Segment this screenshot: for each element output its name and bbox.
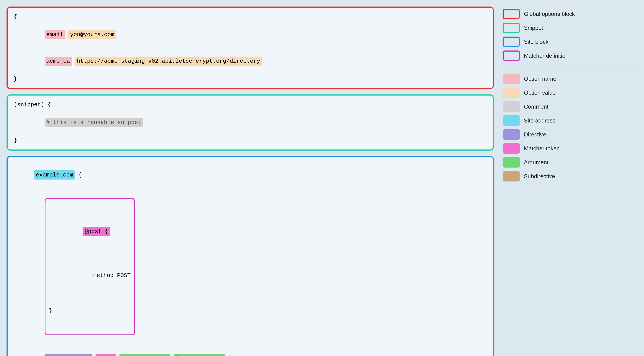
legend-item-comment: Comment xyxy=(502,102,638,112)
legend-item-subdirective: Subdirective xyxy=(502,171,638,182)
matcher-close: } xyxy=(49,306,131,315)
global-options-row1: email you@yours.com xyxy=(14,21,487,48)
option-value-email: you@yours.com xyxy=(68,30,116,39)
legend-label-argument: Argument xyxy=(524,159,548,166)
legend-label-subdirective: Subdirective xyxy=(524,173,555,180)
reverse-proxy-line: reverse_proxy @post localhost:9001 local… xyxy=(14,345,487,356)
legend-item-site-address: Site address xyxy=(502,115,638,126)
option-name-acme-ca: acme_ca xyxy=(44,56,72,66)
legend-item-option-value: Option value xyxy=(502,88,638,98)
reverse-proxy-suffix: { xyxy=(225,355,232,356)
global-open: { xyxy=(14,12,487,21)
matcher-method-line: method POST xyxy=(49,262,131,289)
legend-label-option-value: Option value xyxy=(524,90,556,96)
border-legend: Global options block Snippet Site block … xyxy=(502,9,638,61)
matcher-definition-box: @post { method POST } xyxy=(44,198,135,335)
legend-divider xyxy=(502,67,638,68)
snippet-comment: # this is a reusable snippet xyxy=(44,118,143,127)
swatch-option-name xyxy=(502,74,520,84)
legend-icon-site-block xyxy=(502,36,520,47)
legend-icon-matcher xyxy=(502,50,520,61)
matcher-directive-method: method xyxy=(93,272,114,279)
option-name-email: email xyxy=(44,30,65,39)
legend-label-directive: Directive xyxy=(524,131,546,138)
global-options-row2: acme_ca https://acme-staging-v02.api.let… xyxy=(14,48,487,75)
snippet-close: } xyxy=(14,136,487,145)
legend-label-comment: Comment xyxy=(524,103,548,110)
swatch-option-value xyxy=(502,88,520,98)
legend-icon-snippet xyxy=(502,23,520,33)
legend-item-directive: Directive xyxy=(502,129,638,140)
legend-label-site-block: Site block xyxy=(524,38,548,45)
legend-label-matcher: Matcher definition xyxy=(524,52,568,59)
matcher-token-at-post: @post xyxy=(96,354,116,356)
snippet-block: (snippet) { # this is a reusable snippet… xyxy=(6,94,494,150)
directive-reverse-proxy: reverse_proxy xyxy=(44,354,92,356)
site-block-example-com: example.com { @post { method POST } reve… xyxy=(6,156,494,356)
legend-item-site-block: Site block xyxy=(502,36,638,47)
legend-label-snippet: Snippet xyxy=(524,24,543,31)
option-value-acme-ca: https://acme-staging-v02.api.letsencrypt… xyxy=(75,56,262,66)
legend-item-argument: Argument xyxy=(502,157,638,168)
matcher-open: @post { xyxy=(49,218,131,245)
arg-upstream1: localhost:9001 xyxy=(120,354,170,356)
swatch-comment xyxy=(502,102,520,112)
snippet-comment-line: # this is a reusable snippet xyxy=(14,109,487,136)
swatch-argument xyxy=(502,157,520,168)
legend-item-option-name: Option name xyxy=(502,74,638,84)
snippet-open: (snippet) { xyxy=(14,100,487,109)
arg-upstream2: localhost:9002 xyxy=(174,354,225,356)
legend-icon-global xyxy=(502,9,520,19)
site1-address: example.com xyxy=(34,170,75,180)
swatch-subdirective xyxy=(502,171,520,182)
global-options-block: { email you@yours.com acme_ca https://ac… xyxy=(6,6,494,89)
swatch-directive xyxy=(502,129,520,140)
left-panel: { email you@yours.com acme_ca https://ac… xyxy=(6,6,494,356)
matcher-token-at-post-open: @post { xyxy=(83,227,110,236)
legend-item-snippet: Snippet xyxy=(502,23,638,33)
matcher-arg-post: POST xyxy=(117,272,130,279)
legend-label-option-name: Option name xyxy=(524,76,556,82)
legend-item-matcher: Matcher definition xyxy=(502,50,638,61)
matcher-def-line: @post { method POST } xyxy=(14,188,487,345)
swatch-legend: Option name Option value Comment Site ad… xyxy=(502,74,638,182)
site1-open-suffix: { xyxy=(75,172,82,178)
swatch-site-address xyxy=(502,115,520,126)
swatch-matcher-token xyxy=(502,143,520,154)
site1-open: example.com { xyxy=(14,162,487,188)
legend-label-site-address: Site address xyxy=(524,117,556,124)
global-close: } xyxy=(14,75,487,83)
legend-label-global: Global options block xyxy=(524,11,575,18)
legend-item-global: Global options block xyxy=(502,9,638,19)
legend-item-matcher-token: Matcher token xyxy=(502,143,638,154)
legend-label-matcher-token: Matcher token xyxy=(524,145,560,152)
right-panel: Global options block Snippet Site block … xyxy=(502,6,638,356)
